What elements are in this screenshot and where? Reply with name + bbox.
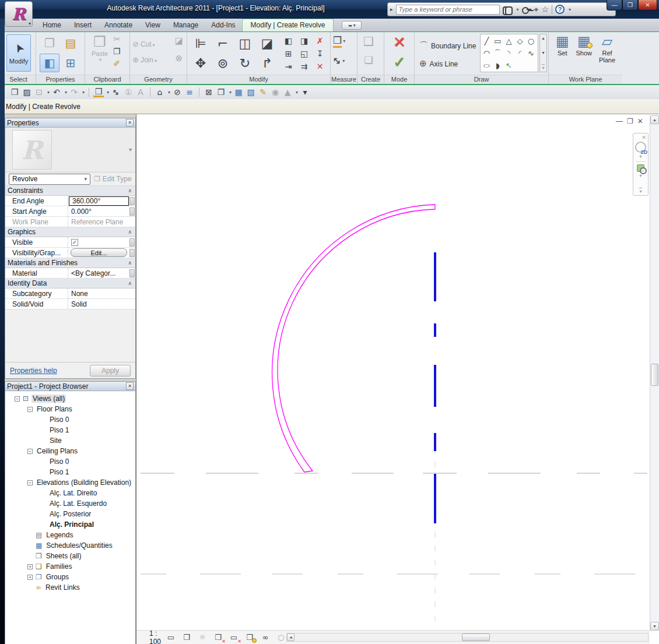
temporary-hide-isolate-icon[interactable]: ∞ xyxy=(260,632,271,643)
maximize-button[interactable]: ❐ xyxy=(622,0,638,10)
tree-item-schedules-quantities[interactable]: ▦Schedules/Quantities xyxy=(5,540,135,551)
undo-icon[interactable]: ↶ xyxy=(51,87,62,97)
show-work-plane-button[interactable]: ▦ Show xyxy=(576,33,593,64)
collapse-icon[interactable]: − xyxy=(27,480,33,485)
property-mini-button[interactable] xyxy=(129,207,135,216)
property-value[interactable]: Solid xyxy=(68,299,135,309)
tree-item-piso-0[interactable]: Piso 0 xyxy=(5,414,135,425)
boundary-line-option[interactable]: ⌒Boundary Line xyxy=(419,37,476,55)
project-browser-header[interactable]: Project1 - Project Browser ✕ xyxy=(5,382,135,391)
property-value[interactable]: 360.000° xyxy=(69,196,129,206)
property-value[interactable]: None xyxy=(68,288,135,298)
communication-center-icon[interactable]: ⌖ xyxy=(534,5,539,15)
scroll-up-icon[interactable]: ▴ xyxy=(650,115,659,124)
collapse-icon[interactable]: − xyxy=(27,449,33,454)
demolish-icon[interactable]: ⊗ xyxy=(175,53,183,64)
search-input[interactable] xyxy=(396,5,500,15)
axis-line-option[interactable]: ⊕Axis Line xyxy=(419,55,476,73)
property-row-end-angle[interactable]: End Angle360.000° xyxy=(5,196,135,206)
switch-windows-dropdown-icon[interactable]: ▾ xyxy=(229,90,232,95)
unpin-icon[interactable]: ✗ xyxy=(312,34,328,47)
application-menu-button[interactable]: R ▾ xyxy=(5,1,33,27)
type-properties-icon[interactable]: ❐ xyxy=(40,34,59,52)
tab-manage[interactable]: Manage xyxy=(167,19,205,31)
vertical-scroll-thumb[interactable] xyxy=(651,364,658,386)
match-type-icon[interactable]: ✐ xyxy=(113,59,121,68)
properties-help-link[interactable]: Properties help xyxy=(10,367,57,375)
show-crop-region-icon[interactable]: ❒ xyxy=(244,632,255,643)
mirror-pick-axis-icon[interactable]: ◧ xyxy=(281,34,296,47)
paste-button[interactable]: ❐ Paste ▾ xyxy=(90,34,110,62)
align-tool-icon[interactable]: ⊫ xyxy=(190,33,212,53)
workplane-grid-icon[interactable]: ▦ xyxy=(233,87,244,97)
expand-icon[interactable]: + xyxy=(27,575,33,580)
save-icon[interactable]: ▨ xyxy=(22,87,32,97)
collapse-icon[interactable]: − xyxy=(27,407,33,412)
cut-icon[interactable]: ✂ xyxy=(113,34,121,44)
tab-add-ins[interactable]: Add-Ins xyxy=(205,19,241,31)
draw-line-icon[interactable]: ╱ xyxy=(481,35,492,47)
scroll-left-icon[interactable]: ◂ xyxy=(287,634,295,641)
pin-icon[interactable]: ↧ xyxy=(312,47,328,60)
draw-inscribed-polygon-icon[interactable]: △ xyxy=(503,35,514,47)
property-row-start-angle[interactable]: Start Angle0.000° xyxy=(5,206,135,217)
reveal-hidden-icon[interactable]: ○ xyxy=(276,632,286,643)
tag-icon[interactable]: ① xyxy=(123,87,134,97)
property-value[interactable]: Reference Plane xyxy=(68,217,135,227)
measure-icon[interactable]: ❒ xyxy=(93,87,104,97)
view-close-icon[interactable]: ✕ xyxy=(637,117,643,125)
tree-item-sheets-all[interactable]: ❐Sheets (all) xyxy=(5,551,135,561)
property-value[interactable]: 0.000° xyxy=(68,206,129,216)
draw-circumscribed-polygon-icon[interactable]: ◇ xyxy=(514,35,525,47)
set-work-plane-button[interactable]: ▦ Set xyxy=(556,33,569,64)
draw-rectangle-icon[interactable]: ▭ xyxy=(492,35,503,47)
close-button[interactable]: ✕ xyxy=(638,0,657,10)
copy-tool-icon[interactable]: ⊚ xyxy=(212,53,234,73)
text-icon[interactable]: A xyxy=(135,87,146,97)
tree-item-al-principal[interactable]: Alç. Principal xyxy=(5,519,135,530)
help-icon[interactable]: ? xyxy=(555,5,565,14)
infocenter-toggle-icon[interactable]: ▸ xyxy=(390,6,393,12)
ref-plane-button[interactable]: ▱ Ref Plane xyxy=(599,33,615,64)
tree-item-al-lat-esquerdo[interactable]: Alç. Lat. Esquerdo xyxy=(5,498,135,509)
trim-multiple-icon[interactable]: ⇉ xyxy=(296,60,312,73)
horizontal-scrollbar[interactable]: ◂ xyxy=(286,633,649,642)
edit-type-button[interactable]: ❐ Edit Type xyxy=(94,175,132,183)
property-row-visible[interactable]: Visible✓ xyxy=(5,237,135,248)
default-3d-view-icon[interactable]: ⌂ xyxy=(155,87,165,97)
draw-partial-ellipse-icon[interactable]: ◗ xyxy=(492,59,503,72)
drawing-area[interactable]: — ❐ ✕ ✕ 2D ▾ ▾ ▾ ▴ ▾ 1 : 100 ▭❒☼❒▭❒∞○ ◂ xyxy=(136,114,659,644)
panel-label-geometry[interactable]: Geometry xyxy=(130,75,187,84)
section-collapse-icon[interactable]: ∧ xyxy=(128,188,132,193)
detail-level-icon[interactable]: ▭ xyxy=(166,632,176,643)
measure-button[interactable]: ❒▾ xyxy=(333,34,345,48)
tree-item-site[interactable]: Site xyxy=(5,435,135,446)
trim-single-icon[interactable]: ⇥ xyxy=(281,60,296,73)
draw-gallery-scrollbar[interactable]: ▴ ▾ ▾ xyxy=(539,34,547,72)
cancel-sketch-icon[interactable]: ✕ xyxy=(393,33,406,51)
mirror-draw-axis-icon[interactable]: ◨ xyxy=(296,34,312,47)
workplane-visibility-icon[interactable]: ▧ xyxy=(246,87,256,97)
shadows-icon[interactable]: ☼ xyxy=(197,632,208,643)
panel-label-mode[interactable]: Mode xyxy=(384,75,414,84)
tab-insert[interactable]: Insert xyxy=(68,19,98,31)
print-icon[interactable]: ⊡ xyxy=(34,87,44,97)
panel-label-properties[interactable]: Properties xyxy=(36,75,85,84)
view-restore-icon[interactable]: ❐ xyxy=(627,117,633,125)
draw-ellipse-icon[interactable]: ○ xyxy=(481,62,492,69)
redo-icon[interactable]: ↷ xyxy=(69,87,79,97)
navbar-close-icon[interactable]: ✕ xyxy=(642,135,646,140)
property-row-visibility-grap[interactable]: Visibility/Grap...Edit... xyxy=(5,248,135,258)
draw-spline-icon[interactable]: ∿ xyxy=(525,47,537,59)
tree-item-piso-1[interactable]: Piso 1 xyxy=(5,425,135,435)
publish-icon[interactable]: ▲ xyxy=(282,87,293,97)
join-geometry-button[interactable]: ⊕Join▾ xyxy=(132,52,157,68)
section-collapse-icon[interactable]: ∧ xyxy=(128,280,132,286)
render-icon[interactable]: ◉ xyxy=(270,87,281,97)
gallery-expand-icon[interactable]: ▾ xyxy=(542,64,544,71)
property-row-material[interactable]: Material<By Categor... xyxy=(5,268,135,279)
search-icon[interactable] xyxy=(503,6,513,13)
property-mini-button[interactable] xyxy=(129,197,135,205)
tree-item-ceiling-plans[interactable]: −Ceiling Plans xyxy=(5,446,135,456)
edit-visibility-button[interactable]: Edit... xyxy=(71,248,127,257)
